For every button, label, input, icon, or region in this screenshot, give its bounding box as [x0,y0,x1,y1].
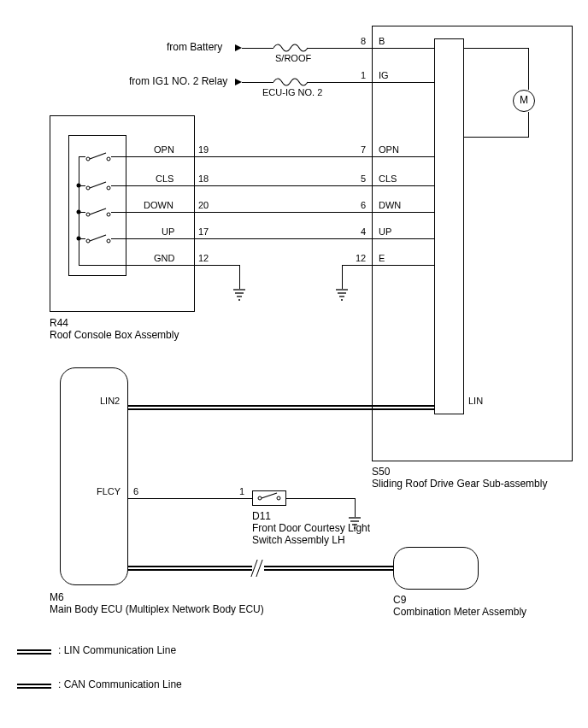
bus-break-icon [252,561,264,575]
c9-box [393,547,479,590]
wire [111,185,434,186]
pin-name: CLS [156,173,173,184]
pin-num: 8 [361,36,366,46]
legend-lin: : LIN Communication Line [58,645,176,656]
legend-lin-icon [17,649,51,655]
wire [111,212,434,213]
wire [111,238,434,239]
pin-num: 6 [133,486,138,496]
pin-name: LIN2 [100,396,120,406]
pin-num: 5 [361,173,366,184]
pin-name: LIN [468,396,483,406]
wire [308,48,434,49]
c9-name: Combination Meter Assembly [393,607,526,618]
wire [308,82,434,83]
pin-name: UP [379,226,391,237]
wire [342,265,434,266]
wire [79,212,85,213]
svg-point-0 [86,157,90,161]
arrow-icon [235,79,242,85]
legend-can-icon [17,684,51,689]
fuse-sroof-icon [273,44,308,52]
s50-inner-box [434,38,464,414]
svg-line-5 [90,182,106,188]
switch-down-icon [85,207,111,217]
lin-bus [128,405,434,410]
d11-name-2: Switch Assembly LH [252,535,345,546]
wire [464,137,529,138]
r44-id: R44 [50,318,68,329]
d11-name-1: Front Door Courtesy Light [252,523,370,534]
svg-point-21 [277,496,280,500]
svg-line-22 [262,493,277,498]
r44-name: Roof Console Box Assembly [50,330,179,341]
pin-num: 1 [239,486,244,496]
from-battery-label: from Battery [167,42,222,53]
m6-name: Main Body ECU (Multiplex Network Body EC… [50,604,264,615]
wire [239,265,240,289]
wire [79,156,85,157]
wiring-diagram: M from Battery S/ROOF 8 B from IG1 NO. 2… [0,0,588,728]
pin-name: B [379,36,385,46]
pin-name: DWN [379,200,401,210]
s50-id: S50 [372,467,390,478]
svg-line-2 [90,153,106,159]
arrow-icon [235,44,242,51]
pin-name: DOWN [144,200,173,210]
wire [79,265,239,266]
svg-point-4 [107,186,110,190]
d11-id: D11 [252,511,271,522]
pin-name: OPN [154,144,174,155]
wire [528,112,529,137]
wire [242,48,273,49]
pin-name: UP [162,226,174,237]
pin-num: 1 [361,70,366,80]
pin-num: 6 [361,200,366,210]
d11-box [252,490,286,506]
wire [242,82,273,83]
pin-name: FLCY [97,486,121,496]
pin-name: GND [154,253,174,263]
switch-opn-icon [85,151,111,161]
pin-num: 17 [198,226,209,237]
wire [528,48,529,90]
motor-icon: M [513,90,535,112]
wire [342,265,343,289]
pin-num: 12 [356,253,366,263]
pin-num: 12 [198,253,209,263]
m6-id: M6 [50,592,64,603]
fuse-ecuig-icon [273,78,308,86]
pin-name: E [379,253,385,263]
pin-name: CLS [379,173,397,184]
c9-id: C9 [393,595,406,606]
ground-icon [336,289,348,304]
svg-point-7 [107,213,110,216]
svg-point-9 [86,239,90,243]
svg-point-6 [86,213,90,216]
from-ig1-label: from IG1 NO. 2 Relay [129,76,227,87]
pin-num: 7 [361,144,366,155]
svg-line-11 [90,235,106,241]
wire [128,498,252,499]
s50-name: Sliding Roof Drive Gear Sub-assembly [372,478,547,490]
legend-can: : CAN Communication Line [58,679,182,690]
svg-point-10 [107,239,110,243]
fuse-ecuig-label: ECU-IG NO. 2 [262,87,322,97]
pin-num: 4 [361,226,366,237]
wire [111,156,434,157]
switch-cls-icon [85,180,111,191]
switch-up-icon [85,233,111,244]
wire [286,498,355,499]
wire [79,238,85,239]
svg-point-20 [258,496,262,500]
svg-point-1 [107,157,110,161]
fuse-sroof-label: S/ROOF [275,53,311,63]
wire [355,498,356,517]
pin-num: 20 [198,200,209,210]
wire [464,48,528,49]
ground-icon [233,289,245,304]
pin-name: OPN [379,144,399,155]
svg-line-8 [90,208,106,214]
svg-point-3 [86,186,90,190]
pin-num: 18 [198,173,209,184]
